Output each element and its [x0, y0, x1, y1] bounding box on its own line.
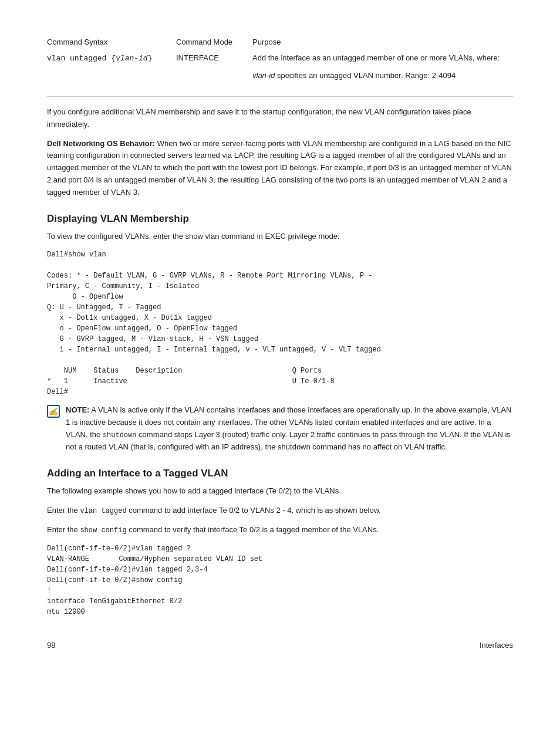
section2-intro3-post1: command to verify that interface Te 0/2 … — [127, 525, 379, 534]
section1-heading: Displaying VLAN Membership — [47, 213, 513, 225]
syntax-text: vlan untagged {vlan-id} — [47, 54, 152, 63]
footer-section: Interfaces — [480, 641, 513, 650]
section2-intro1: The following example shows you how to a… — [47, 485, 513, 498]
col-header-purpose: Purpose — [252, 35, 513, 51]
purpose-italic: vlan-id — [252, 71, 275, 80]
col-header-mode: Command Mode — [176, 35, 252, 51]
section2-heading: Adding an Interface to a Tagged VLAN — [47, 468, 513, 479]
note-box: ✍ NOTE: A VLAN is active only if the VLA… — [47, 404, 513, 454]
syntax-italic: vlan-id — [116, 54, 148, 63]
purpose-line1: Add the interface as an untagged member … — [252, 53, 500, 62]
table-cell-purpose: Add the interface as an untagged member … — [252, 51, 513, 82]
command-table: Command Syntax Command Mode Purpose vlan… — [47, 35, 513, 82]
command-table-section: Command Syntax Command Mode Purpose vlan… — [47, 35, 513, 82]
col-header-syntax: Command Syntax — [47, 35, 176, 51]
table-cell-mode: INTERFACE — [176, 51, 252, 82]
section2-intro2-pre1: Enter the — [47, 506, 80, 515]
note-inline-code: shutdown — [103, 431, 137, 439]
section2-intro3: Enter the show config command to verify … — [47, 524, 513, 536]
table-row: vlan untagged {vlan-id} INTERFACE Add th… — [47, 51, 513, 82]
section2-intro3-code1: show config — [80, 526, 126, 535]
behavior-label: Dell Networking OS Behavior: — [47, 139, 155, 148]
purpose-line2: vlan-id specifies an untagged VLAN numbe… — [252, 71, 456, 80]
note-label: NOTE: — [66, 405, 89, 414]
section2-intro2: Enter the vlan tagged command to add int… — [47, 505, 513, 517]
section2-intro3-pre1: Enter the — [47, 525, 80, 534]
page-footer: 98 Interfaces — [47, 641, 513, 650]
table-cell-syntax: vlan untagged {vlan-id} — [47, 51, 176, 82]
intro-paragraph: If you configure additional VLAN members… — [47, 106, 513, 131]
table-divider — [47, 96, 513, 97]
section1-intro: To view the configured VLANs, enter the … — [47, 231, 513, 243]
behavior-paragraph: Dell Networking OS Behavior: When two or… — [47, 138, 513, 199]
note-icon: ✍ — [47, 405, 60, 418]
section2-code: Dell(conf-if-te-0/2)#vlan tagged ? VLAN-… — [47, 543, 513, 617]
section2-intro2-code1: vlan tagged — [80, 507, 126, 515]
section2-intro2-post1: command to add interface Te 0/2 to VLANs… — [127, 506, 381, 515]
page-number: 98 — [47, 641, 55, 650]
note-text: NOTE: A VLAN is active only if the VLAN … — [66, 404, 513, 454]
section1-code: Dell#show vlan Codes: * - Default VLAN, … — [47, 249, 513, 397]
